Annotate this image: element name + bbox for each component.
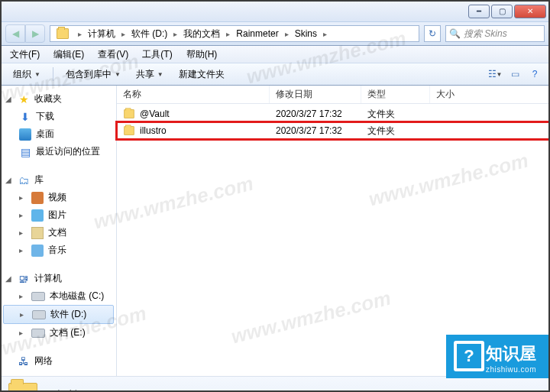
search-placeholder: 搜索 Skins [464, 28, 507, 40]
download-icon: ⬇ [19, 111, 31, 123]
crumb-skins[interactable]: Skins [290, 26, 322, 41]
tree-drive-c[interactable]: ▸本地磁盘 (C:) [1, 287, 116, 305]
video-icon [31, 192, 44, 204]
tree-recent[interactable]: ▤最近访问的位置 [1, 143, 116, 160]
menu-tools[interactable]: 工具(T) [136, 47, 178, 63]
crumb-drive[interactable]: 软件 (D:) [127, 26, 172, 41]
document-icon [31, 227, 44, 239]
drive-icon [31, 292, 45, 301]
file-list: 名称 修改日期 类型 大小 @Vault 2020/3/27 17:32 文件夹… [117, 86, 549, 376]
chevron-down-icon: ▼ [157, 71, 163, 78]
tree-pictures[interactable]: ▸图片 [1, 206, 116, 224]
menu-help[interactable]: 帮助(H) [180, 47, 224, 63]
toolbar: 组织▼ 包含到库中▼ 共享▼ 新建文件夹 ☷▼ ▭ ? [0, 63, 550, 86]
back-button[interactable]: ◀ [5, 24, 25, 43]
maximize-button[interactable]: ▢ [491, 5, 513, 18]
menu-bar: 文件(F) 编辑(E) 查看(V) 工具(T) 帮助(H) [0, 46, 550, 63]
tree-network[interactable]: 🖧网络 [1, 352, 116, 370]
network-icon: 🖧 [18, 355, 30, 368]
expand-icon: ◢ [5, 274, 13, 283]
search-input[interactable]: 🔍 搜索 Skins [445, 25, 545, 42]
details-pane: 2 个对象 [0, 376, 550, 392]
expand-icon: ◢ [5, 95, 13, 103]
drive-icon [31, 329, 45, 338]
tree-music[interactable]: ▸音乐 [1, 241, 116, 259]
folder-icon [57, 28, 69, 39]
preview-pane-button[interactable]: ▭ [506, 66, 523, 83]
col-size[interactable]: 大小 [430, 86, 549, 103]
crumb-computer[interactable]: 计算机 [83, 26, 120, 41]
file-row[interactable]: illustro 2020/3/27 17:32 文件夹 [117, 122, 549, 139]
drive-icon [32, 310, 46, 319]
forward-button[interactable]: ▶ [25, 24, 45, 43]
tree-libraries[interactable]: ◢🗂库 [1, 171, 116, 189]
tree-drive-e[interactable]: ▸文档 (E:) [1, 324, 116, 342]
folder-icon [8, 383, 37, 392]
share-button[interactable]: 共享▼ [130, 66, 170, 83]
music-icon [31, 245, 44, 257]
tree-desktop[interactable]: 桌面 [1, 125, 116, 143]
computer-icon: 🖳 [18, 273, 30, 285]
col-type[interactable]: 类型 [361, 86, 430, 103]
tree-videos[interactable]: ▸视频 [1, 189, 116, 206]
new-folder-button[interactable]: 新建文件夹 [173, 66, 231, 83]
menu-edit[interactable]: 编辑(E) [47, 47, 90, 63]
chevron-right-icon: ▸ [120, 30, 127, 38]
folder-icon [124, 109, 134, 118]
item-count: 2 个对象 [47, 388, 82, 393]
col-name[interactable]: 名称 [117, 86, 270, 103]
separator [53, 67, 53, 81]
crumb-rainmeter[interactable]: Rainmeter [231, 26, 283, 41]
close-button[interactable]: ✕ [514, 5, 546, 18]
navigation-tree[interactable]: ◢★收藏夹 ⬇下载 桌面 ▤最近访问的位置 ◢🗂库 ▸视频 ▸图片 ▸文档 ▸音… [1, 86, 117, 376]
site-badge: 知识屋 zhishiwu.com [446, 335, 550, 378]
address-bar: ◀ ▶ ▸ 计算机 ▸ 软件 (D:) ▸ 我的文档 ▸ Rainmeter ▸… [0, 21, 550, 46]
folder-icon [124, 126, 134, 135]
chevron-right-icon: ▸ [322, 30, 328, 38]
minimize-button[interactable]: ━ [468, 5, 490, 18]
expand-icon: ◢ [5, 176, 13, 184]
star-icon: ★ [18, 93, 30, 105]
desktop-icon [19, 128, 31, 141]
tree-documents[interactable]: ▸文档 [1, 224, 116, 241]
tree-computer[interactable]: ◢🖳计算机 [1, 270, 116, 287]
view-options-button[interactable]: ☷▼ [487, 66, 503, 83]
chevron-right-icon: ▸ [283, 30, 290, 38]
library-icon: 🗂 [18, 174, 30, 186]
organize-button[interactable]: 组织▼ [7, 66, 47, 83]
column-headers[interactable]: 名称 修改日期 类型 大小 [117, 86, 549, 104]
recent-icon: ▤ [19, 146, 31, 158]
badge-subtitle: zhishiwu.com [486, 365, 536, 374]
window-titlebar: ━ ▢ ✕ [0, 0, 550, 21]
menu-view[interactable]: 查看(V) [92, 47, 134, 63]
crumb-documents[interactable]: 我的文档 [179, 26, 225, 41]
col-date[interactable]: 修改日期 [270, 86, 361, 103]
tree-downloads[interactable]: ⬇下载 [1, 108, 116, 125]
badge-title: 知识屋 [486, 344, 536, 363]
tree-favorites[interactable]: ◢★收藏夹 [1, 90, 116, 108]
search-icon: 🔍 [449, 28, 461, 39]
picture-icon [31, 209, 44, 222]
chevron-down-icon: ▼ [34, 71, 40, 78]
include-library-button[interactable]: 包含到库中▼ [60, 66, 127, 83]
chevron-right-icon: ▸ [76, 30, 83, 38]
chevron-down-icon: ▼ [115, 71, 121, 78]
chevron-right-icon: ▸ [172, 30, 179, 38]
help-button[interactable]: ? [526, 66, 543, 83]
chevron-right-icon: ▸ [225, 30, 231, 38]
menu-file[interactable]: 文件(F) [4, 47, 46, 63]
refresh-button[interactable]: ↻ [424, 25, 441, 42]
tree-drive-d[interactable]: ▸软件 (D:) [3, 305, 114, 324]
breadcrumb[interactable]: ▸ 计算机 ▸ 软件 (D:) ▸ 我的文档 ▸ Rainmeter ▸ Ski… [50, 25, 419, 42]
file-row[interactable]: @Vault 2020/3/27 17:32 文件夹 [117, 105, 549, 122]
